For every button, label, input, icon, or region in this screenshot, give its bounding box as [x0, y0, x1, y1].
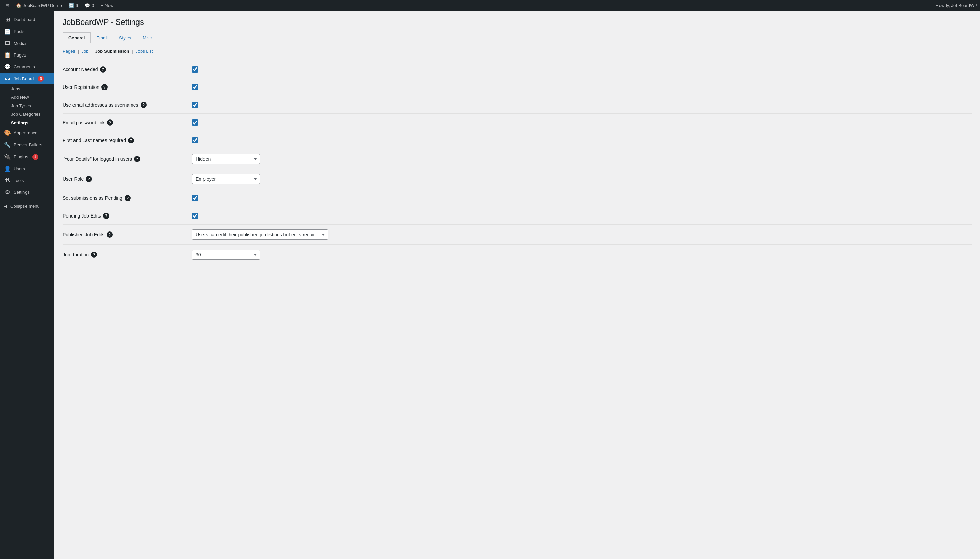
sidebar-submenu-item-job-types[interactable]: Job Types — [4, 101, 54, 110]
help-icon-email-as-username[interactable]: ? — [140, 102, 147, 108]
site-name-link[interactable]: 🏠 JobBoardWP Demo — [13, 0, 64, 11]
settings-row-user-registration: User Registration? — [63, 78, 972, 96]
page-title: JobBoardWP - Settings — [63, 18, 972, 27]
tab-general[interactable]: General — [63, 32, 91, 43]
settings-label-published-job-edits: Published Job Edits — [63, 232, 104, 237]
breadcrumb-job[interactable]: Job — [82, 49, 89, 54]
howdy-text: Howdy, JobBoardWP — [935, 3, 977, 8]
sidebar-submenu-item-jobs[interactable]: Jobs — [4, 84, 54, 93]
sidebar-item-label: Posts — [13, 29, 25, 34]
sidebar-submenu-item-add-new[interactable]: Add New — [4, 93, 54, 101]
sidebar-item-dashboard[interactable]: ⊞ Dashboard — [0, 13, 54, 26]
settings-row-set-submissions-pending: Set submissions as Pending? — [63, 189, 972, 207]
updates-link[interactable]: 🔄 6 — [66, 0, 81, 11]
updates-icon: 🔄 — [69, 3, 74, 8]
comments-icon: 💬 — [85, 3, 90, 8]
sidebar-item-job-board[interactable]: 🗂 Job Board 3 — [0, 73, 54, 84]
sidebar-item-pages[interactable]: 📋 Pages — [0, 49, 54, 61]
help-icon-email-password-link[interactable]: ? — [107, 119, 113, 126]
new-content-link[interactable]: + New — [98, 0, 116, 11]
settings-label-job-duration: Job duration — [63, 252, 89, 257]
new-label: + New — [101, 3, 113, 8]
main-content: JobBoardWP - Settings General Email Styl… — [54, 11, 980, 559]
wp-logo[interactable]: ⊞ — [3, 0, 12, 11]
breadcrumb: Pages | Job | Job Submission | Jobs List — [63, 49, 972, 54]
settings-row-account-needed: Account Needed? — [63, 61, 972, 78]
collapse-icon: ◀ — [4, 203, 8, 209]
settings-row-published-job-edits: Published Job Edits?Users can edit their… — [63, 225, 972, 245]
comments-count: 0 — [92, 3, 94, 8]
sidebar-submenu-item-settings[interactable]: Settings — [4, 119, 54, 127]
comments-link[interactable]: 💬 0 — [82, 0, 97, 11]
sidebar-item-label: Plugins — [13, 154, 28, 159]
select-user-role[interactable]: EmployerEmployeeSubscriber — [192, 174, 260, 184]
job-board-badge: 3 — [38, 76, 44, 82]
collapse-menu[interactable]: ◀ Collapse menu — [0, 201, 54, 212]
sidebar-item-label: Media — [13, 41, 26, 46]
settings-row-email-as-username: Use email addresses as usernames? — [63, 96, 972, 114]
tab-email[interactable]: Email — [91, 32, 113, 43]
sidebar-item-plugins[interactable]: 🔌 Plugins 1 — [0, 151, 54, 163]
help-icon-your-details[interactable]: ? — [134, 156, 140, 162]
settings-label-user-registration: User Registration — [63, 84, 99, 90]
settings-label-first-last-names: First and Last names required — [63, 137, 126, 143]
checkbox-email-password-link[interactable] — [192, 119, 198, 126]
sidebar-item-comments[interactable]: 💬 Comments — [0, 61, 54, 73]
sidebar-item-media[interactable]: 🖼 Media — [0, 38, 54, 49]
settings-label-user-role: User Role — [63, 176, 84, 182]
sidebar-item-tools[interactable]: 🛠 Tools — [0, 175, 54, 186]
checkbox-email-as-username[interactable] — [192, 102, 198, 108]
select-published-job-edits[interactable]: Users can edit their published job listi… — [192, 230, 328, 240]
select-job-duration[interactable]: 306090 — [192, 250, 260, 260]
collapse-label: Collapse menu — [10, 203, 40, 209]
help-icon-published-job-edits[interactable]: ? — [107, 232, 113, 238]
settings-icon: ⚙ — [4, 189, 11, 195]
sidebar-item-users[interactable]: 👤 Users — [0, 163, 54, 175]
settings-row-first-last-names: First and Last names required? — [63, 131, 972, 149]
checkbox-set-submissions-pending[interactable] — [192, 195, 198, 201]
sidebar-item-beaver-builder[interactable]: 🔧 Beaver Builder — [0, 139, 54, 151]
settings-row-user-role: User Role?EmployerEmployeeSubscriber — [63, 169, 972, 189]
site-name: JobBoardWP Demo — [23, 3, 62, 8]
plugins-icon: 🔌 — [4, 154, 11, 160]
settings-row-pending-job-edits: Pending Job Edits? — [63, 207, 972, 225]
help-icon-user-registration[interactable]: ? — [101, 84, 107, 90]
settings-row-your-details: "Your Details" for logged in users?Hidde… — [63, 149, 972, 169]
tab-styles[interactable]: Styles — [113, 32, 137, 43]
sidebar-item-label: Job Board — [13, 76, 34, 81]
help-icon-user-role[interactable]: ? — [86, 176, 92, 182]
posts-icon: 📄 — [4, 28, 11, 35]
sidebar-item-appearance[interactable]: 🎨 Appearance — [0, 127, 54, 139]
sidebar-submenu-item-job-categories[interactable]: Job Categories — [4, 110, 54, 119]
pages-icon: 📋 — [4, 52, 11, 58]
sidebar-item-label: Tools — [13, 178, 24, 183]
sidebar-item-posts[interactable]: 📄 Posts — [0, 26, 54, 38]
sidebar-item-label: Beaver Builder — [13, 142, 43, 147]
sidebar-item-settings[interactable]: ⚙ Settings — [0, 186, 54, 198]
sidebar: ⊞ Dashboard 📄 Posts 🖼 Media 📋 Pages 💬 Co… — [0, 11, 54, 559]
settings-row-job-duration: Job duration?306090 — [63, 245, 972, 265]
checkbox-user-registration[interactable] — [192, 84, 198, 90]
help-icon-first-last-names[interactable]: ? — [128, 137, 134, 143]
settings-label-your-details: "Your Details" for logged in users — [63, 156, 132, 162]
comments-icon: 💬 — [4, 64, 11, 70]
checkbox-first-last-names[interactable] — [192, 137, 198, 143]
settings-label-set-submissions-pending: Set submissions as Pending — [63, 195, 122, 201]
sidebar-item-label: Users — [13, 166, 25, 171]
settings-label-account-needed: Account Needed — [63, 67, 98, 72]
select-your-details[interactable]: HiddenShown — [192, 154, 260, 164]
breadcrumb-pages[interactable]: Pages — [63, 49, 75, 54]
help-icon-account-needed[interactable]: ? — [100, 66, 106, 73]
checkbox-pending-job-edits[interactable] — [192, 213, 198, 219]
updates-count: 6 — [76, 3, 78, 8]
admin-bar: ⊞ 🏠 JobBoardWP Demo 🔄 6 💬 0 + New Howdy,… — [0, 0, 980, 11]
site-home-icon: 🏠 — [16, 3, 21, 8]
tab-misc[interactable]: Misc — [137, 32, 158, 43]
checkbox-account-needed[interactable] — [192, 66, 198, 73]
breadcrumb-job-submission: Job Submission — [95, 49, 129, 54]
help-icon-job-duration[interactable]: ? — [91, 251, 97, 258]
help-icon-set-submissions-pending[interactable]: ? — [125, 195, 131, 201]
breadcrumb-jobs-list[interactable]: Jobs List — [135, 49, 153, 54]
settings-row-email-password-link: Email password link? — [63, 114, 972, 131]
help-icon-pending-job-edits[interactable]: ? — [103, 213, 109, 219]
